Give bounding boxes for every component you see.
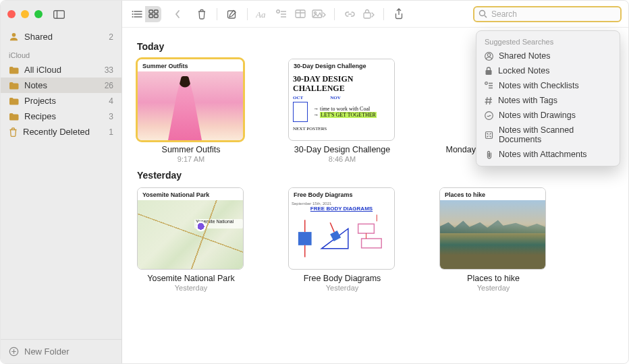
sidebar-item-all-icloud[interactable]: All iCloud33	[1, 62, 121, 78]
lock-button[interactable]	[360, 6, 377, 22]
search-icon	[478, 9, 487, 18]
trash-icon	[9, 127, 18, 137]
minimize-window-button[interactable]	[21, 10, 29, 18]
table-icon	[295, 9, 306, 18]
note-title: Places to hike	[439, 274, 547, 283]
note-card[interactable]: Free Body DiagramsSeptember 15th, 2021FR…	[288, 187, 396, 292]
folder-icon	[9, 113, 19, 121]
sidebar-item-projects[interactable]: Projects4	[1, 93, 121, 109]
toolbar: Aa	[122, 1, 628, 28]
svg-point-11	[132, 16, 134, 18]
sidebar-count: 1	[109, 127, 113, 137]
toggle-sidebar-button[interactable]	[51, 6, 67, 22]
note-card[interactable]: Summer OutfitsSummer Outfits9:17 AM	[137, 59, 245, 163]
sidebar-count: 26	[105, 81, 113, 90]
sidebar-item-recipes[interactable]: Recipes3	[1, 109, 121, 124]
suggestion-label: Locked Notes	[498, 66, 549, 75]
svg-point-9	[132, 11, 134, 12]
note-title: Summer Outfits	[137, 145, 245, 154]
photo-icon	[312, 9, 327, 19]
svg-point-26	[314, 11, 317, 13]
svg-point-18	[277, 9, 280, 13]
search-field[interactable]	[473, 6, 622, 22]
traffic-lights	[7, 10, 43, 18]
new-folder-label: New Folder	[24, 346, 69, 357]
sidebar-count: 33	[105, 65, 113, 75]
share-button[interactable]	[391, 6, 407, 22]
compose-icon	[227, 9, 238, 20]
lock-icon	[362, 9, 375, 19]
suggestion-icon	[485, 150, 493, 159]
thumb-inline-title: Free Body Diagrams	[289, 188, 394, 200]
media-button[interactable]	[311, 6, 327, 22]
note-card[interactable]: 30-Day Design Challenge30-DAY DESIGNCHAL…	[288, 59, 396, 163]
sidebar-icon	[53, 10, 65, 19]
suggested-search-locked-notes[interactable]: Locked Notes	[476, 63, 620, 78]
group-header: Yesterday	[137, 170, 613, 181]
thumb-inline-title: 30-Day Design Challenge	[289, 59, 394, 71]
svg-line-48	[330, 222, 334, 232]
search-input[interactable]	[491, 9, 616, 19]
new-folder-button[interactable]: New Folder	[1, 339, 121, 363]
suggested-search-notes-with-scanned-documents[interactable]: Notes with Scanned Documents	[476, 123, 620, 147]
sidebar-item-shared[interactable]: Shared 2	[1, 29, 121, 44]
svg-rect-47	[330, 231, 341, 241]
svg-text:Aa: Aa	[256, 9, 266, 19]
sidebar-item-recently-deleted[interactable]: Recently Deleted1	[1, 124, 121, 140]
suggested-search-notes-with-drawings[interactable]: Notes with Drawings	[476, 108, 620, 123]
sidebar-count: 2	[109, 32, 113, 42]
suggestion-icon	[485, 52, 493, 61]
note-card[interactable]: Yosemite National ParkYosemite National …	[137, 187, 245, 292]
note-thumbnail[interactable]: Summer Outfits	[137, 59, 244, 141]
svg-point-28	[480, 11, 485, 16]
thumb-inline-title: Places to hike	[440, 188, 545, 200]
search-container	[473, 6, 622, 22]
close-window-button[interactable]	[7, 10, 16, 18]
suggestion-icon	[485, 82, 493, 90]
gallery-view-button[interactable]	[145, 6, 161, 22]
link-button[interactable]	[341, 6, 358, 22]
thumb-inline-title: Yosemite National Park	[138, 188, 243, 200]
list-view-button[interactable]	[129, 6, 145, 22]
zoom-window-button[interactable]	[34, 10, 43, 18]
note-thumbnail[interactable]: 30-Day Design Challenge30-DAY DESIGNCHAL…	[288, 59, 395, 141]
folder-icon	[9, 66, 19, 74]
suggested-search-notes-with-checklists[interactable]: Notes with Checklists	[476, 78, 620, 93]
svg-rect-32	[486, 70, 492, 75]
svg-rect-15	[154, 15, 158, 18]
note-thumbnail[interactable]: Places to hike	[439, 187, 546, 270]
checklist-button[interactable]	[273, 6, 290, 22]
note-timestamp: 9:17 AM	[137, 155, 245, 163]
plus-circle-icon	[9, 346, 19, 357]
svg-point-30	[487, 53, 490, 56]
note-thumbnail[interactable]: Free Body DiagramsSeptember 15th, 2021FR…	[288, 187, 395, 270]
format-button[interactable]: Aa	[254, 6, 271, 22]
grid-icon	[148, 9, 159, 18]
notes-row: Yosemite National ParkYosemite National …	[137, 187, 613, 292]
suggested-search-shared-notes[interactable]: Shared Notes	[476, 49, 620, 63]
list-icon	[132, 10, 142, 18]
svg-point-2	[12, 33, 16, 37]
note-thumbnail[interactable]: Yosemite National ParkYosemite National …	[137, 187, 244, 270]
checklist-icon	[276, 9, 287, 19]
folder-icon	[9, 82, 19, 90]
note-title: Yosemite National Park	[137, 274, 245, 283]
sidebar-item-notes[interactable]: Notes26	[1, 78, 121, 93]
note-title: 30-Day Design Challenge	[288, 145, 396, 154]
text-format-icon: Aa	[256, 9, 269, 19]
chevron-left-icon	[174, 9, 181, 19]
suggestion-label: Notes with Checklists	[499, 81, 579, 90]
svg-rect-0	[53, 10, 64, 18]
suggested-search-notes-with-attachments[interactable]: Notes with Attachments	[476, 147, 620, 162]
suggested-search-notes-with-tags[interactable]: Notes with Tags	[476, 93, 620, 108]
suggested-searches-popover: Suggested Searches Shared NotesLocked No…	[476, 30, 620, 166]
note-timestamp: Yesterday	[439, 284, 547, 292]
note-card[interactable]: Places to hikePlaces to hikeYesterday	[439, 187, 547, 292]
svg-rect-14	[149, 15, 153, 18]
note-title: Free Body Diagrams	[288, 274, 396, 283]
delete-button[interactable]	[194, 6, 210, 22]
back-button[interactable]	[169, 6, 186, 22]
share-icon	[394, 8, 404, 20]
new-note-button[interactable]	[224, 6, 240, 22]
table-button[interactable]	[292, 6, 308, 22]
